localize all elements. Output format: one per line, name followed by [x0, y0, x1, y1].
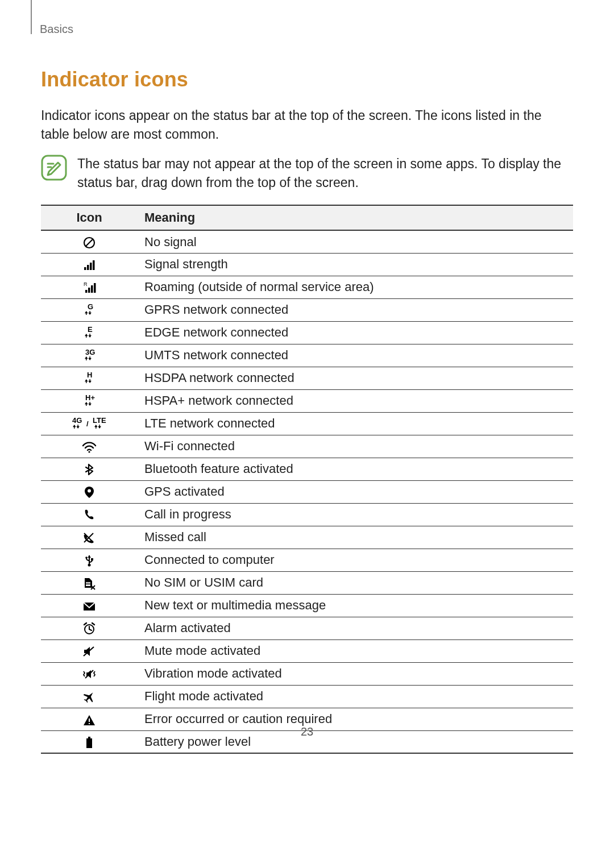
- breadcrumb: Basics: [40, 23, 573, 36]
- signal-icon: [41, 253, 138, 276]
- alarm-icon: [41, 617, 138, 639]
- table-row: Roaming (outside of normal service area): [41, 276, 573, 298]
- meaning-cell: EDGE network connected: [138, 321, 573, 344]
- table-row: New text or multimedia message: [41, 594, 573, 617]
- meaning-cell: Signal strength: [138, 253, 573, 276]
- no-sim-icon: [41, 571, 138, 594]
- wifi-icon: [41, 435, 138, 458]
- page-number: 23: [0, 725, 614, 738]
- table-row: Alarm activated: [41, 617, 573, 639]
- table-row: G GPRS network connected: [41, 298, 573, 321]
- meaning-cell: UMTS network connected: [138, 344, 573, 367]
- intro-text: Indicator icons appear on the status bar…: [41, 106, 573, 144]
- meaning-cell: LTE network connected: [138, 412, 573, 435]
- table-row: Wi-Fi connected: [41, 435, 573, 458]
- usb-icon: [41, 549, 138, 571]
- table-row: 4G / LTE LTE network connected: [41, 412, 573, 435]
- meaning-cell: HSDPA network connected: [138, 367, 573, 389]
- table-header-meaning: Meaning: [138, 205, 573, 230]
- header-divider: [31, 0, 32, 34]
- vibration-icon: [41, 662, 138, 685]
- svg-text:/: /: [86, 420, 89, 428]
- meaning-cell: Mute mode activated: [138, 639, 573, 662]
- table-row: Signal strength: [41, 253, 573, 276]
- gps-icon: [41, 480, 138, 503]
- table-row: Missed call: [41, 526, 573, 549]
- table-header-icon: Icon: [41, 205, 138, 230]
- meaning-cell: Connected to computer: [138, 549, 573, 571]
- note-text: The status bar may not appear at the top…: [77, 155, 573, 193]
- meaning-cell: Missed call: [138, 526, 573, 549]
- meaning-cell: Flight mode activated: [138, 685, 573, 708]
- meaning-cell: GPRS network connected: [138, 298, 573, 321]
- meaning-cell: GPS activated: [138, 480, 573, 503]
- table-row: No SIM or USIM card: [41, 571, 573, 594]
- note-icon: [41, 155, 67, 181]
- gprs-icon: G: [41, 298, 138, 321]
- meaning-cell: New text or multimedia message: [138, 594, 573, 617]
- table-row: No signal: [41, 230, 573, 253]
- svg-text:E: E: [88, 326, 93, 334]
- meaning-cell: Roaming (outside of normal service area): [138, 276, 573, 298]
- svg-text:H: H: [87, 372, 92, 379]
- page-title: Indicator icons: [41, 68, 573, 92]
- table-row: Vibration mode activated: [41, 662, 573, 685]
- table-row: Connected to computer: [41, 549, 573, 571]
- message-icon: [41, 594, 138, 617]
- svg-text:LTE: LTE: [93, 417, 106, 425]
- indicator-icons-table: Icon Meaning No signal Signal strength R…: [41, 205, 573, 754]
- svg-text:3G: 3G: [85, 349, 95, 356]
- meaning-cell: HSPA+ network connected: [138, 389, 573, 412]
- svg-text:H+: H+: [85, 394, 95, 402]
- roaming-icon: [41, 276, 138, 298]
- table-row: Call in progress: [41, 503, 573, 526]
- table-row: Mute mode activated: [41, 639, 573, 662]
- hspa-plus-icon: H+: [41, 389, 138, 412]
- mute-icon: [41, 639, 138, 662]
- flight-mode-icon: [41, 685, 138, 708]
- meaning-cell: Wi-Fi connected: [138, 435, 573, 458]
- svg-text:4G: 4G: [72, 417, 82, 425]
- table-row: H HSDPA network connected: [41, 367, 573, 389]
- meaning-cell: No signal: [138, 230, 573, 253]
- table-row: Bluetooth feature activated: [41, 458, 573, 480]
- table-row: 3G UMTS network connected: [41, 344, 573, 367]
- call-icon: [41, 503, 138, 526]
- hsdpa-icon: H: [41, 367, 138, 389]
- missed-call-icon: [41, 526, 138, 549]
- edge-icon: E: [41, 321, 138, 344]
- no-signal-icon: [41, 230, 138, 253]
- svg-text:G: G: [88, 304, 93, 311]
- table-row: H+ HSPA+ network connected: [41, 389, 573, 412]
- table-row: E EDGE network connected: [41, 321, 573, 344]
- meaning-cell: Call in progress: [138, 503, 573, 526]
- meaning-cell: Bluetooth feature activated: [138, 458, 573, 480]
- table-row: Flight mode activated: [41, 685, 573, 708]
- meaning-cell: No SIM or USIM card: [138, 571, 573, 594]
- lte-icon: 4G / LTE: [41, 412, 138, 435]
- bluetooth-icon: [41, 458, 138, 480]
- meaning-cell: Alarm activated: [138, 617, 573, 639]
- table-row: GPS activated: [41, 480, 573, 503]
- meaning-cell: Vibration mode activated: [138, 662, 573, 685]
- note-block: The status bar may not appear at the top…: [41, 155, 573, 193]
- page: Basics Indicator icons Indicator icons a…: [0, 0, 614, 868]
- umts-icon: 3G: [41, 344, 138, 367]
